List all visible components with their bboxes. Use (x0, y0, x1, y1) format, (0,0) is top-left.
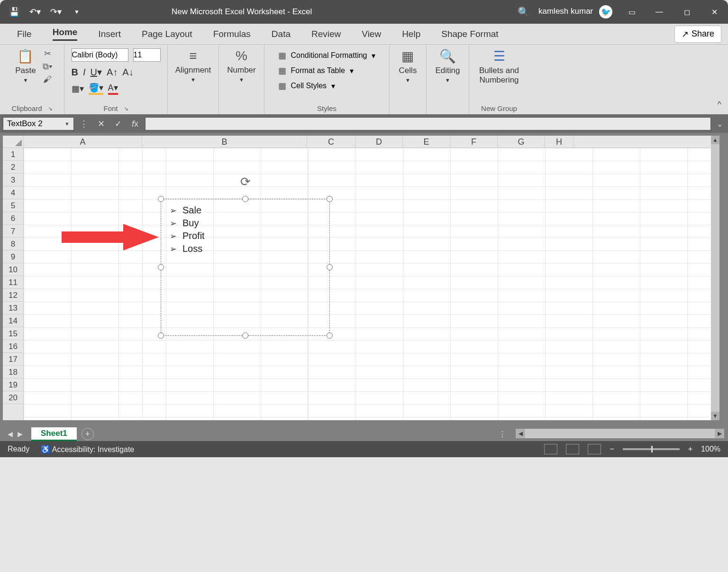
col-header[interactable]: D (355, 136, 403, 148)
row-header[interactable]: 2 (3, 161, 23, 174)
row-header[interactable]: 5 (3, 199, 23, 212)
col-header[interactable]: A (24, 136, 142, 148)
enter-entry-icon[interactable]: ✓ (111, 117, 125, 130)
font-launcher-icon[interactable]: ↘ (124, 105, 128, 112)
zoom-in-button[interactable]: + (688, 445, 692, 453)
fill-color-button[interactable]: 🪣▾ (89, 83, 103, 95)
cell-styles-button[interactable]: ▦Cell Styles ▾ (278, 81, 336, 91)
share-button[interactable]: ↗ Share (674, 26, 721, 43)
tab-review[interactable]: Review (301, 24, 351, 45)
row-header[interactable]: 18 (3, 366, 23, 378)
maximize-button[interactable]: ◻ (673, 0, 701, 24)
tab-insert[interactable]: Insert (88, 24, 131, 45)
resize-handle[interactable] (158, 264, 164, 270)
editing-button[interactable]: 🔍 Editing▼ (432, 48, 464, 83)
row-header[interactable]: 6 (3, 212, 23, 225)
resize-handle[interactable] (242, 196, 248, 202)
col-header[interactable]: H (545, 136, 573, 148)
tab-view[interactable]: View (351, 24, 391, 45)
resize-handle[interactable] (327, 332, 333, 339)
resize-handle[interactable] (327, 264, 333, 270)
row-header[interactable]: 14 (3, 314, 23, 327)
number-button[interactable]: % Number▼ (223, 48, 259, 83)
page-break-view-icon[interactable] (588, 444, 601, 454)
textbox-shape[interactable]: ⟳ Sale Buy Profit Loss (161, 199, 330, 336)
format-as-table-button[interactable]: ▦Format as Table ▾ (278, 65, 354, 76)
close-button[interactable]: ✕ (701, 0, 728, 24)
row-header[interactable]: 8 (3, 238, 23, 250)
row-header[interactable]: 20 (3, 391, 23, 404)
italic-button[interactable]: I (83, 67, 86, 78)
minimize-button[interactable]: — (646, 0, 673, 24)
tab-home[interactable]: Home (42, 24, 88, 45)
zoom-level[interactable]: 100% (701, 445, 720, 453)
new-sheet-button[interactable]: + (82, 428, 94, 440)
cancel-entry-icon[interactable]: ✕ (94, 117, 108, 130)
formula-input[interactable] (145, 117, 711, 130)
font-size-select[interactable] (133, 48, 161, 62)
font-name-select[interactable] (72, 48, 128, 62)
save-icon[interactable]: 💾 (5, 2, 24, 21)
resize-handle[interactable] (327, 196, 333, 202)
zoom-slider[interactable] (623, 448, 680, 450)
increase-font-icon[interactable]: A↑ (107, 67, 118, 78)
redo-button[interactable]: ↷▾ (46, 2, 65, 21)
resize-handle[interactable] (158, 332, 164, 339)
ribbon-display-options[interactable]: ▭ (618, 0, 646, 24)
paste-button[interactable]: 📋 Paste ▼ (11, 48, 39, 83)
conditional-formatting-button[interactable]: ▦Conditional Formatting ▾ (278, 50, 376, 61)
cells-grid[interactable]: ⟳ Sale Buy Profit Loss (24, 148, 719, 420)
select-all-button[interactable] (3, 136, 24, 148)
row-header[interactable]: 15 (3, 327, 23, 340)
vertical-scrollbar[interactable]: ▲ ▼ (711, 136, 719, 420)
resize-handle[interactable] (158, 196, 164, 202)
tab-page-layout[interactable]: Page Layout (131, 24, 203, 45)
row-header[interactable]: 13 (3, 302, 23, 314)
borders-button[interactable]: ▦▾ (72, 83, 84, 94)
rotate-handle-icon[interactable]: ⟳ (240, 175, 251, 189)
clipboard-launcher-icon[interactable]: ↘ (48, 105, 53, 112)
bold-button[interactable]: B (72, 67, 78, 78)
sheet-nav-prev[interactable]: ◀ (8, 430, 13, 438)
col-header[interactable]: B (142, 136, 307, 148)
alignment-button[interactable]: ≡ Alignment▼ (172, 48, 215, 83)
collapse-ribbon-icon[interactable]: ^ (718, 100, 721, 110)
row-header[interactable]: 4 (3, 186, 23, 199)
fx-icon[interactable]: fx (128, 117, 142, 130)
format-painter-icon[interactable]: 🖌 (43, 74, 52, 84)
tab-formulas[interactable]: Formulas (203, 24, 261, 45)
col-header[interactable]: G (498, 136, 545, 148)
underline-button[interactable]: U▾ (91, 66, 102, 78)
copy-icon[interactable]: ⧉▾ (43, 62, 53, 72)
name-box[interactable]: TextBox 2▼ (3, 117, 74, 130)
col-header[interactable]: F (450, 136, 498, 148)
undo-button[interactable]: ↶▾ (26, 2, 45, 21)
accessibility-status[interactable]: ♿ Accessibility: Investigate (41, 445, 134, 454)
namebox-menu[interactable]: ⋮ (77, 117, 91, 130)
row-header[interactable]: 10 (3, 263, 23, 276)
expand-formula-bar[interactable]: ⌄ (714, 120, 725, 129)
search-icon[interactable]: 🔍 (514, 6, 533, 18)
page-layout-view-icon[interactable] (566, 444, 579, 454)
row-header[interactable]: 19 (3, 378, 23, 391)
cells-button[interactable]: ▦ Cells▼ (395, 48, 421, 83)
sheet-nav-next[interactable]: ▶ (18, 430, 23, 438)
font-color-button[interactable]: A▾ (108, 83, 118, 95)
horizontal-scrollbar[interactable]: ◀▶ (516, 429, 724, 438)
row-header[interactable]: 12 (3, 289, 23, 302)
row-header[interactable]: 17 (3, 353, 23, 366)
tab-help[interactable]: Help (391, 24, 431, 45)
tab-file[interactable]: File (7, 24, 42, 45)
tab-shape-format[interactable]: Shape Format (431, 24, 509, 45)
qat-customize[interactable]: ▼ (67, 2, 86, 21)
col-header[interactable]: E (403, 136, 450, 148)
row-header[interactable]: 9 (3, 250, 23, 263)
tab-data[interactable]: Data (261, 24, 301, 45)
row-header[interactable]: 11 (3, 276, 23, 289)
scroll-down-icon[interactable]: ▼ (711, 412, 719, 420)
zoom-out-button[interactable]: − (610, 445, 614, 453)
sheet-tab[interactable]: Sheet1 (31, 427, 77, 441)
bullets-numbering-button[interactable]: ☰ Bullets and Numbering (474, 48, 524, 85)
normal-view-icon[interactable] (544, 444, 557, 454)
tab-split-handle[interactable]: ⋮ (499, 430, 506, 439)
